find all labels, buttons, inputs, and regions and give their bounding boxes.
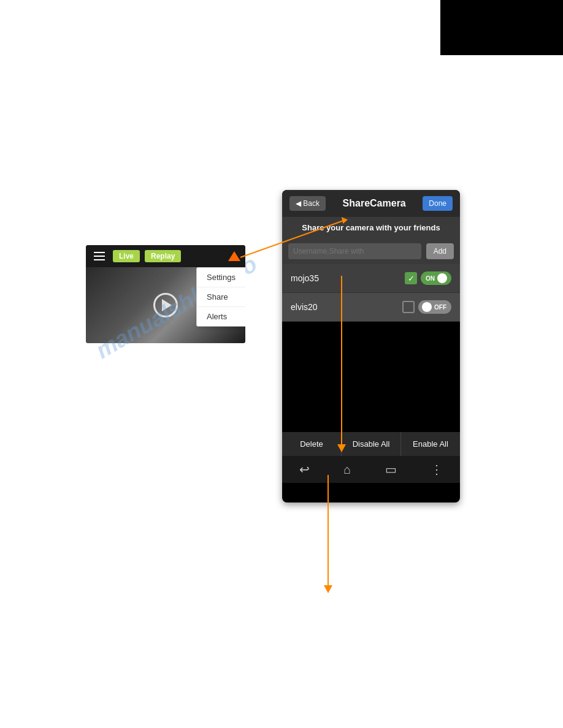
play-button-circle[interactable] (153, 293, 178, 317)
right-phone-sharecamera: ◀ Back ShareCamera Done Share your camer… (282, 190, 460, 502)
check-mark-icon: ✓ (408, 274, 415, 283)
toggle-off-label: OFF (434, 304, 446, 311)
toggle-area-elvis20[interactable]: OFF (402, 300, 451, 314)
share-title: ShareCamera (343, 198, 406, 209)
empty-black-area (282, 322, 460, 432)
live-button[interactable]: Live (113, 250, 140, 262)
share-input-row: Add (282, 238, 460, 264)
hamburger-line-3 (94, 259, 105, 260)
top-right-decoration (440, 0, 563, 55)
menu-item-settings[interactable]: Settings (197, 268, 245, 287)
username-input[interactable] (288, 243, 421, 259)
menu-item-alerts[interactable]: Alerts (197, 307, 245, 326)
dropdown-menu: Settings Share Alerts (196, 267, 245, 327)
nav-recents-icon[interactable]: ▭ (385, 462, 397, 477)
checkbox-mojo35[interactable]: ✓ (405, 272, 417, 284)
nav-back-icon[interactable]: ↩ (299, 462, 310, 477)
done-button[interactable]: Done (423, 196, 453, 211)
toggle-knob-mojo35 (437, 273, 447, 283)
nav-more-icon[interactable]: ⋮ (431, 462, 443, 477)
annotation-arrows (0, 0, 563, 728)
user-row-mojo35: mojo35 ✓ ON (282, 264, 460, 293)
checkbox-elvis20[interactable] (402, 301, 415, 313)
share-subtitle: Share your camera with your friends (282, 217, 460, 238)
toggle-on-label: ON (426, 275, 435, 282)
enable-all-button[interactable]: Enable All (401, 432, 460, 456)
toggle-area-mojo35[interactable]: ✓ ON (405, 271, 451, 285)
disable-all-button[interactable]: Disable All (342, 432, 401, 456)
hamburger-button[interactable] (91, 248, 108, 265)
navigation-bar: ↩ ⌂ ▭ ⋮ (282, 456, 460, 483)
notification-icon (228, 251, 240, 261)
svg-marker-5 (324, 585, 332, 593)
menu-item-share[interactable]: Share (197, 287, 245, 307)
toggle-on-mojo35[interactable]: ON (421, 271, 451, 285)
toggle-knob-elvis20 (422, 302, 432, 312)
username-elvis20: elvis20 (291, 302, 318, 312)
hamburger-line-2 (94, 256, 105, 257)
share-header: ◀ Back ShareCamera Done (282, 190, 460, 217)
bottom-actions: Delete Disable All Enable All (282, 432, 460, 456)
nav-home-icon[interactable]: ⌂ (343, 463, 351, 477)
play-icon (162, 299, 172, 311)
user-row-elvis20: elvis20 OFF (282, 293, 460, 322)
replay-button[interactable]: Replay (145, 250, 181, 262)
back-button[interactable]: ◀ Back (289, 196, 326, 211)
delete-button[interactable]: Delete (282, 432, 342, 456)
left-phone-screenshot: Live Replay Settings Share Alerts (86, 245, 245, 343)
hamburger-line-1 (94, 252, 105, 253)
left-top-bar: Live Replay (86, 245, 245, 267)
username-mojo35: mojo35 (291, 273, 319, 283)
toggle-off-elvis20[interactable]: OFF (418, 300, 451, 314)
add-button[interactable]: Add (426, 243, 454, 259)
